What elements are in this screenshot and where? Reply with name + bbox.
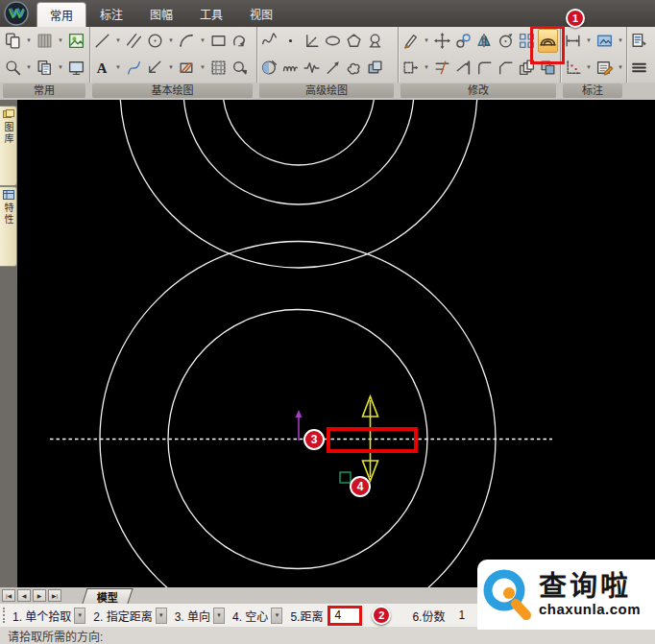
- option-3-label[interactable]: 3. 单向: [175, 608, 210, 624]
- sheet-nav-button-1[interactable]: ◀: [17, 589, 31, 602]
- callout-badge-2: 2: [372, 606, 391, 625]
- option-2-label[interactable]: 2. 指定距离: [93, 608, 152, 624]
- image-tool-button[interactable]: [66, 29, 86, 53]
- stamp-dropdown-button[interactable]: ▼: [56, 29, 65, 53]
- ribbon-panel-5: [626, 27, 655, 83]
- arc-tool-button[interactable]: [177, 29, 197, 53]
- toolbar-grip[interactable]: [3, 608, 5, 623]
- text-tool-button[interactable]: A: [92, 56, 112, 80]
- option-3-dropdown[interactable]: ▼: [213, 608, 225, 624]
- sheet-nav-button-3[interactable]: ▶|: [48, 589, 61, 602]
- left-sidebar: 图库 特性: [0, 100, 17, 587]
- app-window: { "window": { "tabs": [ {"label": "常用", …: [0, 0, 655, 644]
- paste-dropdown-button[interactable]: ▼: [24, 29, 34, 53]
- rotate-tool-button[interactable]: [496, 29, 516, 53]
- editdim-tool-button[interactable]: [594, 56, 615, 80]
- corner-tool-button[interactable]: [474, 56, 495, 80]
- threelines-tool-button[interactable]: [629, 56, 649, 80]
- extend-tool-button[interactable]: [453, 56, 473, 80]
- sheet-nav-button-2[interactable]: ▶: [33, 589, 46, 602]
- option-1-dropdown[interactable]: ▼: [74, 608, 85, 624]
- title-bar: 常用 标注 图幅 工具 视图: [0, 0, 655, 27]
- parallel-tool-button[interactable]: [124, 29, 144, 53]
- detail-tool-button[interactable]: [230, 56, 250, 80]
- option-5-label[interactable]: 5.距离: [290, 608, 323, 624]
- app-logo-icon[interactable]: [4, 1, 29, 26]
- tab-dimension[interactable]: 标注: [86, 2, 136, 27]
- option-4-label[interactable]: 4. 空心: [232, 608, 268, 624]
- sheet-nav-button-0[interactable]: |◀: [2, 589, 15, 602]
- imgdim-tool-button[interactable]: [594, 29, 615, 53]
- dim-dropdown-button[interactable]: ▼: [584, 29, 594, 53]
- stamp-tool-button[interactable]: [35, 29, 55, 53]
- polygon-tool-button[interactable]: [344, 29, 364, 53]
- wave-tool-button[interactable]: [280, 56, 301, 80]
- circle-tool-button[interactable]: [145, 29, 165, 53]
- block-tool-button[interactable]: [365, 56, 385, 80]
- erase-tool-button[interactable]: [400, 29, 421, 53]
- hatch-tool-button[interactable]: [177, 56, 197, 80]
- chamfer-tool-button[interactable]: [496, 56, 516, 80]
- docedit-tool-button[interactable]: [629, 29, 649, 53]
- angle-tool-button[interactable]: [302, 29, 322, 53]
- option-1-label[interactable]: 1. 单个拾取: [12, 608, 71, 624]
- tab-tools[interactable]: 工具: [186, 2, 236, 27]
- spline-tool-button[interactable]: [124, 56, 144, 80]
- move-tool-button[interactable]: [432, 29, 452, 53]
- editdim-dropdown-button[interactable]: ▼: [616, 56, 625, 80]
- option-2-dropdown[interactable]: ▼: [156, 608, 167, 624]
- arrowne-tool-button[interactable]: [323, 56, 343, 80]
- tab-sheet[interactable]: 图幅: [136, 2, 186, 27]
- paste-tool-button[interactable]: [3, 29, 23, 53]
- option-4-dropdown[interactable]: ▼: [271, 608, 282, 624]
- copies-label[interactable]: 6.份数: [412, 608, 445, 624]
- copies-value[interactable]: 1: [458, 608, 465, 622]
- coorddim-tool-button[interactable]: [563, 56, 583, 80]
- mirror-tool-button[interactable]: [474, 29, 495, 53]
- copydoc-tool-button[interactable]: [35, 56, 55, 80]
- distance-input[interactable]: [328, 606, 362, 626]
- ellipse-tool-button[interactable]: [323, 29, 343, 53]
- polyline-tool-button[interactable]: [230, 29, 250, 53]
- copydoc-dropdown-button[interactable]: ▼: [56, 56, 65, 80]
- coorddim-dropdown-button[interactable]: ▼: [584, 56, 594, 80]
- sidebar-tab-library[interactable]: 图库: [0, 106, 17, 186]
- tab-home[interactable]: 常用: [36, 2, 86, 27]
- trim-tool-button[interactable]: [432, 56, 452, 80]
- stretch-dropdown-button[interactable]: ▼: [422, 56, 431, 80]
- hatch-dropdown-button[interactable]: ▼: [198, 56, 207, 80]
- circle-dropdown-button[interactable]: ▼: [166, 29, 176, 53]
- sidebar-tab-properties[interactable]: 特性: [0, 186, 17, 267]
- callout-badge-4-number: 4: [357, 480, 364, 493]
- ribbon-panel-1: ▼▼▼A▼▼▼: [89, 27, 257, 83]
- drawing-canvas[interactable]: 34: [17, 100, 655, 587]
- line-dropdown-button[interactable]: ▼: [113, 29, 123, 53]
- line-tool-button[interactable]: [92, 29, 112, 53]
- panel-label-1: 基本绘图: [92, 83, 253, 98]
- point-tool-button[interactable]: [280, 29, 301, 53]
- zoom-dropdown-button[interactable]: ▼: [24, 56, 34, 80]
- dimsmall-dropdown-button[interactable]: ▼: [166, 56, 176, 80]
- screen-tool-button[interactable]: [66, 56, 86, 80]
- fillc-tool-button[interactable]: [259, 56, 279, 80]
- text-dropdown-button[interactable]: ▼: [113, 56, 123, 80]
- dim-tool-button[interactable]: [563, 29, 583, 53]
- formula-tool-button[interactable]: [365, 29, 385, 53]
- tab-view[interactable]: 视图: [236, 2, 286, 27]
- zigzag-tool-button[interactable]: [302, 56, 322, 80]
- ribbon-panel-2: [256, 27, 399, 83]
- curve-tool-button[interactable]: [259, 29, 279, 53]
- arc-dropdown-button[interactable]: ▼: [198, 29, 207, 53]
- dimsmall-tool-button[interactable]: [145, 56, 165, 80]
- rotcopy-tool-button[interactable]: [453, 29, 473, 53]
- blob-tool-button[interactable]: [344, 56, 364, 80]
- watermark-url: chaxunla.com: [539, 601, 641, 617]
- grid-tool-button[interactable]: [208, 56, 229, 80]
- stretch-tool-button[interactable]: [400, 56, 421, 80]
- rect-tool-button[interactable]: [208, 29, 229, 53]
- model-sheet-tab[interactable]: 模型: [82, 588, 133, 604]
- erase-dropdown-button[interactable]: ▼: [422, 29, 431, 53]
- library-icon: [3, 109, 14, 119]
- zoom-tool-button[interactable]: [3, 56, 23, 80]
- imgdim-dropdown-button[interactable]: ▼: [616, 29, 625, 53]
